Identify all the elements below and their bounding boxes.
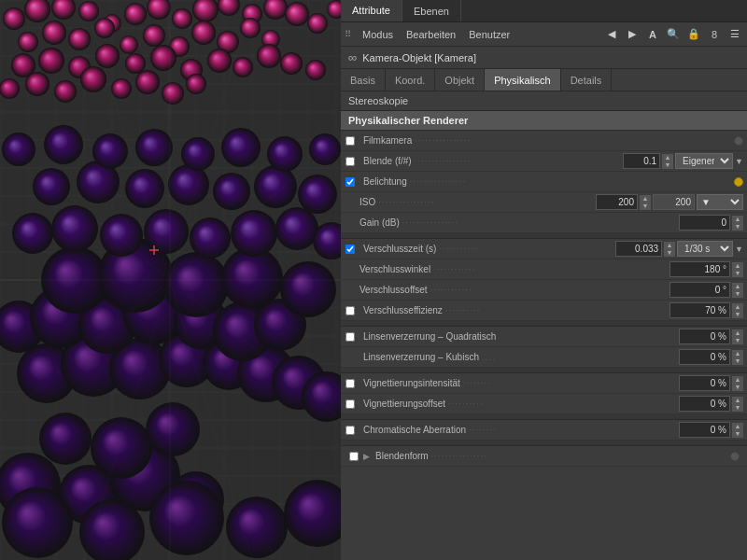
linsen-quad-up[interactable]: ▲ [732, 329, 743, 337]
tab-objekt[interactable]: Objekt [435, 69, 485, 91]
search-icon[interactable]: 🔍 [665, 26, 682, 43]
iso-up[interactable]: ▲ [640, 195, 651, 203]
tab-physikalisch[interactable]: Physikalisch [485, 69, 561, 91]
verschlusswinkel-up[interactable]: ▲ [732, 262, 743, 270]
blende-checkbox[interactable] [341, 157, 359, 166]
linsen-kub-input[interactable] [679, 349, 730, 365]
tab-details[interactable]: Details [561, 69, 613, 91]
number-icon[interactable]: 8 [706, 26, 723, 43]
linsen-quad-input[interactable] [679, 329, 730, 344]
verschlusseffizienz-spinner: ▲ ▼ [732, 303, 743, 318]
stereo-tab[interactable]: Stereoskopie [341, 91, 747, 111]
linsen-kub-down[interactable]: ▼ [732, 357, 743, 365]
tab-basis[interactable]: Basis [341, 69, 386, 91]
verschlusszeit-value: ▲ ▼ 1/30 s 1/60 s ▼ [615, 241, 747, 257]
verschlusseffizienz-input[interactable] [669, 302, 730, 318]
tab-koord[interactable]: Koord. [386, 69, 435, 91]
tab-ebenen[interactable]: Ebenen [402, 0, 461, 21]
chrom-aber-input[interactable] [679, 422, 730, 438]
blende-dropdown-arrow: ▼ [735, 157, 743, 166]
prop-blendenform: ▶ Blendenform ················ [341, 446, 747, 467]
filmkamera-checkbox[interactable] [341, 136, 359, 146]
3d-viewport[interactable] [0, 0, 341, 560]
chrom-aber-value: ▲ ▼ [679, 422, 747, 438]
linsen-kub-spinner: ▲ ▼ [732, 350, 743, 365]
verschlussoffset-spinner: ▲ ▼ [732, 283, 743, 298]
verschlusszeit-down[interactable]: ▼ [664, 249, 675, 257]
verschlusseffizienz-value: ▲ ▼ [669, 302, 747, 318]
belichtung-checkbox[interactable] [341, 177, 359, 187]
verschlusswinkel-down[interactable]: ▼ [732, 270, 743, 277]
linsen-quad-checkbox[interactable] [341, 332, 359, 342]
blende-input[interactable] [623, 153, 660, 169]
menu-bar: ⠿ Modus Bearbeiten Benutzer ◀ ▶ A 🔍 🔒 8 … [341, 22, 747, 47]
tab-attribute[interactable]: Attribute [341, 0, 402, 21]
chrom-aber-up[interactable]: ▲ [732, 423, 743, 430]
gain-input[interactable] [679, 215, 730, 231]
svg-line-4 [0, 280, 170, 420]
vignet-int-checkbox[interactable] [341, 379, 359, 388]
blende-dropdown[interactable]: Eigener f/1.4 f/2 [675, 153, 733, 169]
iso-dropdown[interactable]: ▼ [697, 194, 743, 210]
verschlusszeit-input[interactable] [615, 241, 662, 257]
svg-line-2 [0, 140, 170, 280]
vignet-int-down[interactable]: ▼ [732, 384, 743, 391]
vignet-off-checkbox[interactable] [341, 399, 359, 409]
belichtung-value [734, 177, 747, 187]
verschlussoffset-input[interactable] [669, 282, 730, 298]
linsen-quad-value: ▲ ▼ [679, 329, 747, 344]
verschlusszeit-up[interactable]: ▲ [664, 242, 675, 249]
vignet-off-up[interactable]: ▲ [732, 397, 743, 404]
object-header: ∞ Kamera-Objekt [Kamera] [341, 47, 747, 69]
iso-input[interactable] [596, 194, 638, 210]
gain-up[interactable]: ▲ [732, 216, 743, 223]
verschlussoffset-label: Verschlussoffset ············ [356, 285, 669, 295]
blende-down[interactable]: ▼ [662, 161, 673, 169]
menu-icon[interactable]: ☰ [726, 26, 743, 43]
properties-panel: Filmkamera ················ Blende (f/#)… [341, 131, 747, 560]
menu-modus[interactable]: Modus [357, 27, 399, 42]
chrom-aber-checkbox[interactable] [341, 426, 359, 435]
iso-input2[interactable] [653, 194, 695, 210]
prop-gain: Gain (dB) ················ ▲ ▼ [341, 213, 747, 233]
linsen-quad-label: Linsenverzerrung – Quadratisch [359, 331, 679, 342]
arrow-right-icon[interactable]: ▶ [624, 26, 641, 43]
verschlusseffizienz-up[interactable]: ▲ [732, 303, 743, 311]
vignet-int-input[interactable] [679, 375, 730, 391]
vignet-int-spinner: ▲ ▼ [732, 376, 743, 391]
vignet-off-input[interactable] [679, 396, 730, 412]
menu-benutzer[interactable]: Benutzer [463, 27, 515, 42]
linsen-kub-up[interactable]: ▲ [732, 350, 743, 357]
linsen-kub-label: Linsenverzerrung – Kubisch .... [359, 352, 679, 362]
chrom-aber-spinner: ▲ ▼ [732, 423, 743, 438]
object-title: Kamera-Objekt [Kamera] [362, 52, 476, 63]
gain-down[interactable]: ▼ [732, 223, 743, 231]
prop-vignet-off: Vignettierungsoffset ·········· ▲ ▼ [341, 394, 747, 414]
vignet-int-up[interactable]: ▲ [732, 376, 743, 384]
lock-icon[interactable]: 🔒 [685, 26, 702, 43]
linsen-quad-down[interactable]: ▼ [732, 337, 743, 344]
verschlussoffset-up[interactable]: ▲ [732, 283, 743, 290]
cursor-icon[interactable]: A [644, 26, 661, 43]
verschlusseffizienz-checkbox[interactable] [341, 306, 359, 315]
arrow-left-icon[interactable]: ◀ [603, 26, 620, 43]
vignet-off-down[interactable]: ▼ [732, 404, 743, 412]
verschlusszeit-dropdown[interactable]: 1/30 s 1/60 s [677, 241, 733, 257]
prop-verschlusswinkel: Verschlusswinkel ············ ▲ ▼ [341, 259, 747, 280]
verschlussoffset-down[interactable]: ▼ [732, 290, 743, 298]
verschlusszeit-checkbox[interactable] [341, 245, 359, 254]
blendenform-expand[interactable]: ▶ [363, 452, 370, 461]
iso-down[interactable]: ▼ [640, 203, 651, 210]
vignet-off-spinner: ▲ ▼ [732, 397, 743, 412]
blendenform-checkbox[interactable] [345, 452, 363, 461]
chrom-aber-down[interactable]: ▼ [732, 430, 743, 438]
menu-bearbeiten[interactable]: Bearbeiten [401, 27, 461, 42]
blende-up[interactable]: ▲ [662, 154, 673, 161]
svg-line-3 [170, 140, 341, 280]
verschlusseffizienz-down[interactable]: ▼ [732, 311, 743, 318]
verschlusswinkel-input[interactable] [669, 261, 730, 277]
filmkamera-led [734, 136, 743, 146]
verschlusszeit-spinner: ▲ ▼ [664, 242, 675, 257]
section-header: Physikalischer Renderer [341, 111, 747, 131]
verschlusswinkel-value: ▲ ▼ [669, 261, 747, 277]
